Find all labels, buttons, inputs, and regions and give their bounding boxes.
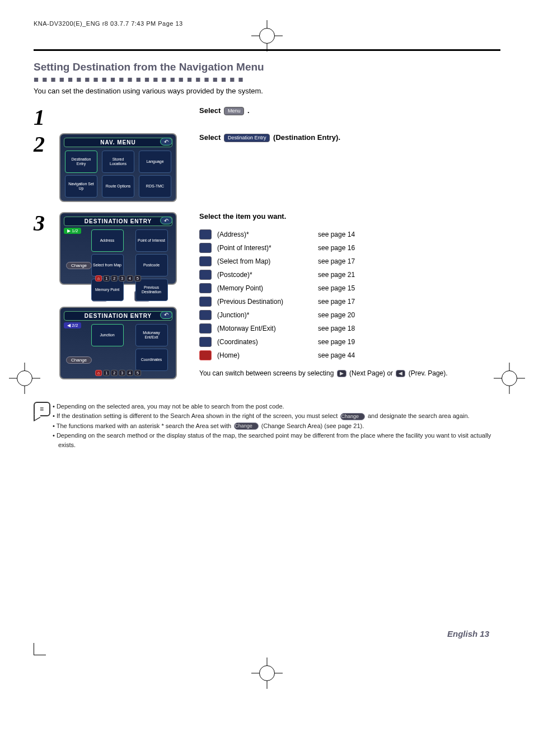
pager-3[interactable]: 3 (119, 275, 125, 281)
item-page-ref: see page 15 (318, 284, 355, 292)
item-row: (Select from Map)see page 17 (199, 256, 500, 266)
destination-entry-chip[interactable]: Destination Entry (224, 134, 270, 142)
step-number: 1 (34, 106, 59, 129)
dest-cell-junction[interactable]: Junction (91, 324, 124, 346)
item-icon (199, 243, 212, 253)
item-icon (199, 283, 212, 293)
item-icon (199, 310, 212, 320)
destination-entry-2-screenshot: ↶ DESTINATION ENTRY ◀ 2/2 Junction Motor… (59, 307, 177, 379)
pager-3[interactable]: 3 (119, 370, 125, 376)
item-page-ref: see page 19 (318, 338, 355, 346)
pager-5[interactable]: 5 (134, 275, 141, 281)
item-icon (199, 229, 212, 240)
item-page-ref: see page 18 (318, 325, 355, 332)
registration-mark-bottom (251, 658, 283, 689)
item-name: (Postcode)* (217, 271, 318, 279)
step-2-text-a: Select (199, 133, 223, 142)
nav-cell-stored-locations[interactable]: Stored Locations (102, 151, 134, 173)
dest-cell-address[interactable]: Address (91, 229, 124, 252)
change-chip[interactable]: Change (340, 413, 365, 420)
step-1: 1 Select Menu . (34, 106, 500, 129)
item-icon (199, 270, 212, 280)
section-title: Setting Destination from the Navigation … (34, 61, 500, 73)
dest-title-2: DESTINATION ENTRY (64, 311, 172, 321)
pager-5[interactable]: 5 (134, 370, 141, 376)
back-icon[interactable]: ↶ (160, 138, 172, 145)
switch-note: You can switch between screens by select… (199, 368, 500, 378)
item-name: (Memory Point) (217, 284, 318, 292)
step-3-heading: Select the item you want. (199, 212, 286, 220)
item-page-ref: see page 20 (318, 311, 355, 319)
item-row: (Address)*see page 14 (199, 229, 500, 240)
pager-1[interactable]: 1 (103, 275, 110, 281)
nav-cell-rds-tmc[interactable]: RDS-TMC (139, 175, 171, 198)
pager-home-icon[interactable]: ⌂ (95, 370, 102, 376)
item-icon (199, 297, 212, 307)
dest-cell-motorway[interactable]: Motorway Ent/Exit (135, 324, 168, 346)
step-number: 2 (34, 133, 59, 156)
dest-title: DESTINATION ENTRY (64, 217, 172, 226)
item-page-ref: see page 44 (318, 351, 355, 359)
note-icon: ≡ (34, 402, 53, 450)
pager-home-icon[interactable]: ⌂ (95, 275, 102, 281)
prev-page-chip[interactable]: ◀ (396, 370, 405, 377)
dotted-underline: ■ ■ ■ ■ ■ ■ ■ ■ ■ ■ ■ ■ ■ ■ ■ ■ ■ ■ ■ ■ … (34, 74, 500, 82)
page: KNA-DV3200(E)_ENG r8 03.7.7 7:43 PM Page… (0, 0, 534, 756)
item-row: (Coordinates)see page 19 (199, 337, 500, 347)
item-row: (Memory Point)see page 15 (199, 283, 500, 293)
back-icon[interactable]: ↶ (160, 311, 172, 319)
content: Setting Destination from the Navigation … (34, 49, 500, 450)
pager-4[interactable]: 4 (127, 370, 133, 376)
item-name: (Coordinates) (217, 338, 318, 346)
next-page-chip[interactable]: ▶ (337, 370, 346, 377)
nav-cell-route-options[interactable]: Route Options (102, 175, 134, 198)
item-name: (Point of Interest)* (217, 244, 318, 252)
note-3: The functions marked with an asterisk * … (53, 421, 500, 431)
pager-2[interactable]: 2 (111, 370, 118, 376)
item-row: (Point of Interest)*see page 16 (199, 243, 500, 253)
dest-cell-postcode[interactable]: Postcode (135, 254, 168, 276)
dest-cell-coordinates[interactable]: Coordinates (135, 349, 168, 371)
nav-cell-destination-entry[interactable]: Destination Entry (65, 151, 97, 173)
change-chip-2[interactable]: Change (234, 422, 259, 430)
item-icon (199, 256, 212, 266)
nav-cell-nav-setup[interactable]: Navigation Set Up (65, 175, 97, 198)
item-name: (Address)* (217, 231, 318, 238)
step-2-text-b: (Destination Entry). (273, 133, 340, 142)
change-button-2[interactable]: Change (66, 356, 92, 364)
pager-2[interactable]: 2 (111, 275, 118, 281)
steps: 1 Select Menu . 2 ↶ NAV. MENU Destinatio (34, 106, 500, 385)
change-button[interactable]: Change (66, 262, 92, 269)
item-row: (Junction)*see page 20 (199, 310, 500, 320)
item-icon (199, 323, 212, 334)
nav-cell-language[interactable]: Language (139, 151, 171, 173)
item-icon (199, 337, 212, 347)
item-page-ref: see page 17 (318, 257, 355, 265)
item-name: (Previous Destination) (217, 298, 318, 306)
item-name: (Junction)* (217, 311, 318, 319)
registration-mark-top (251, 20, 283, 51)
crop-corner (34, 643, 46, 655)
dest-cell-memory[interactable]: Memory Point (91, 279, 124, 301)
notes-block: ≡ Depending on the selected area, you ma… (34, 402, 500, 450)
item-name: (Home) (217, 351, 318, 359)
pager-4[interactable]: 4 (127, 275, 133, 281)
menu-chip[interactable]: Menu (224, 107, 245, 115)
step-1-text: Select Menu . (182, 106, 500, 115)
pager-1[interactable]: 1 (103, 370, 110, 376)
dest-cell-poi[interactable]: Point of Interest (135, 229, 168, 252)
item-row: (Previous Destination)see page 17 (199, 297, 500, 307)
section-intro: You can set the destination using variou… (34, 87, 500, 95)
step-3: 3 ↶ DESTINATION ENTRY ▶ 1/2 Address Poin… (34, 212, 500, 385)
item-name: (Motorway Ent/Exit) (217, 325, 318, 332)
note-1: Depending on the selected area, you may … (53, 402, 500, 411)
step-number: 3 (34, 212, 59, 234)
dest-cell-previous[interactable]: Previous Destination (135, 279, 168, 301)
step-1-text-b: . (247, 106, 250, 115)
back-icon[interactable]: ↶ (160, 217, 172, 224)
dest-cell-map[interactable]: Select from Map (91, 254, 124, 276)
item-list: (Address)*see page 14(Point of Interest)… (199, 229, 500, 360)
item-row: (Motorway Ent/Exit)see page 18 (199, 323, 500, 334)
note-2: If the destination setting is different … (53, 411, 500, 421)
item-row: (Home)see page 44 (199, 350, 500, 360)
